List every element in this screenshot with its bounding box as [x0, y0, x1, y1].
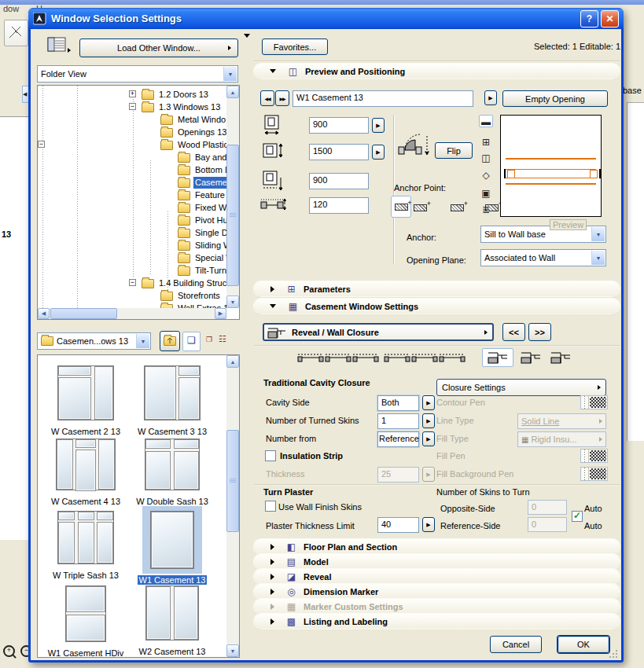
reveal-option-7-selected[interactable] — [482, 348, 513, 367]
tree-item-label[interactable]: Wall Extras 1 — [176, 303, 226, 308]
tree-item-label[interactable]: 1.2 Doors 13 — [157, 89, 210, 101]
empty-opening-button[interactable]: Empty Opening — [502, 90, 608, 107]
large-icons-view-button[interactable]: ❏ — [182, 332, 201, 351]
section-listing-and-labeling[interactable]: ▩Listing and Labeling — [254, 614, 620, 629]
expand-triangle-icon[interactable] — [270, 574, 274, 580]
tree-item-label[interactable]: Metal Windo — [176, 114, 226, 126]
sill-height-field[interactable]: 900 — [309, 173, 369, 189]
tree-item[interactable]: Sliding W — [38, 239, 226, 251]
section-floor-plan-and-section[interactable]: ◧Floor Plan and Section — [254, 539, 620, 554]
collapse-icon[interactable]: − — [38, 141, 45, 148]
favorites-button[interactable]: Favorites... — [262, 39, 328, 55]
tree-item-label[interactable]: Bay and — [193, 152, 226, 163]
tree-item-label[interactable]: Storefronts — [176, 290, 222, 302]
tree-item[interactable]: Openings 13 — [38, 126, 226, 138]
anchor-point-option-2[interactable] — [414, 204, 427, 211]
cavity-side-field[interactable]: Both — [377, 395, 419, 411]
anchor-point-option-1[interactable] — [391, 196, 411, 218]
list-view-button[interactable]: ☷ — [219, 334, 239, 348]
section-casement-settings[interactable]: ▦ Casement Window Settings — [254, 299, 620, 314]
tree-item-label[interactable]: Special W — [193, 252, 226, 264]
item-popup-button[interactable]: ▶ — [484, 90, 497, 105]
window-height-field[interactable]: 1500 — [309, 144, 369, 160]
tree-item-label[interactable]: Single D — [193, 227, 226, 239]
tree-item[interactable]: Storefronts — [38, 289, 226, 302]
expand-triangle-icon[interactable] — [270, 589, 274, 595]
dialog-titlebar[interactable]: Window Selection Settings ? ✕ — [28, 8, 624, 29]
anchor-combo[interactable]: Sill to Wall base ▼ — [480, 226, 606, 243]
section-dimension-marker[interactable]: ◎Dimension Marker — [254, 584, 620, 599]
load-other-window-button[interactable]: Load Other Window... — [79, 39, 238, 57]
tree-item-label[interactable]: Tilt-Turn — [193, 265, 226, 277]
tree-item[interactable]: Bottom L — [38, 163, 226, 176]
section-preview-positioning[interactable]: ◫ Preview and Positioning — [254, 64, 620, 79]
small-icons-view-button[interactable]: ❐ — [203, 334, 215, 348]
ok-button[interactable]: OK — [558, 636, 609, 653]
tree-vertical-scrollbar[interactable]: ▲ ▼ — [226, 86, 239, 308]
plaster-limit-field[interactable]: 40 — [377, 517, 419, 533]
tree-item[interactable]: Feature — [38, 189, 226, 201]
collapse-triangle-icon[interactable] — [270, 304, 276, 308]
resize-grip[interactable] — [609, 649, 618, 659]
tree-item[interactable]: +1.2 Doors 13 — [38, 88, 226, 101]
window-thumbnail[interactable] — [57, 511, 114, 564]
chevron-down-icon[interactable]: ▼ — [223, 66, 237, 82]
chevron-down-icon[interactable]: ▼ — [591, 226, 605, 242]
model-view-icon[interactable]: ◇ — [479, 169, 493, 182]
tree-item[interactable]: Wall Extras 1 — [38, 302, 226, 308]
current-folder-combo[interactable]: Casemen...ows 13 ▼ — [37, 332, 151, 350]
insulation-strip-checkbox[interactable] — [265, 450, 276, 461]
library-item[interactable]: W Triple Sash 13 — [45, 506, 127, 580]
plaster-limit-popup[interactable]: ▶ — [422, 517, 435, 532]
window-thumbnail[interactable] — [65, 585, 106, 642]
tree-item[interactable]: Caseme — [38, 176, 226, 189]
tree-item-label[interactable]: 1.4 Building Struc — [157, 277, 226, 289]
scroll-right-icon[interactable]: ▶ — [215, 308, 226, 319]
library-item[interactable]: W1 Casement HDiv 13 — [45, 581, 127, 658]
prev-item-button[interactable]: ◀◀ — [260, 90, 274, 106]
library-item[interactable]: W Double Sash 13 — [131, 434, 213, 506]
reveal-option-6[interactable] — [439, 350, 466, 365]
window-thumbnail[interactable] — [57, 365, 114, 420]
collapse-triangle-icon[interactable] — [270, 69, 276, 73]
library-item[interactable]: W Casement 3 13 — [131, 361, 213, 436]
opening-plane-combo[interactable]: Associated to Wall ▼ — [480, 249, 606, 266]
chevron-down-icon[interactable]: ▼ — [591, 250, 605, 266]
prev-page-button[interactable]: << — [502, 323, 525, 341]
item-name-field[interactable]: W1 Casement 13 — [293, 90, 473, 107]
scroll-left-icon[interactable]: ◀ — [38, 308, 50, 319]
tree-item[interactable]: Pivot Hu — [38, 214, 226, 226]
tree-item-label[interactable]: Caseme — [193, 177, 226, 189]
fill-bg-pen-picker[interactable] — [580, 467, 608, 481]
chevron-down-icon[interactable]: ▼ — [136, 333, 150, 349]
expand-triangle-icon[interactable] — [270, 618, 274, 625]
help-button[interactable]: ? — [580, 10, 598, 28]
tree-item-label[interactable]: Wood Plastic — [176, 139, 226, 151]
background-tool-button[interactable] — [4, 20, 28, 46]
tree-hscroll-thumb[interactable] — [50, 308, 117, 319]
zoom-in-icon[interactable]: + — [3, 645, 15, 657]
folder-up-button[interactable] — [160, 331, 180, 351]
window-thumbnail[interactable] — [56, 439, 116, 490]
tree-horizontal-scrollbar[interactable]: ◀ ▶ — [38, 308, 226, 319]
turned-skins-field[interactable]: 1 — [377, 413, 419, 429]
view-mode-combo[interactable]: Folder View ▼ — [37, 65, 238, 83]
tree-item-label[interactable]: 1.3 Windows 13 — [157, 101, 222, 113]
flip-button[interactable]: Flip — [435, 142, 473, 159]
window-thumbnail[interactable] — [144, 365, 201, 420]
number-from-popup[interactable]: ▶ — [422, 431, 435, 446]
closure-settings-dropdown[interactable]: Closure Settings — [436, 379, 606, 396]
reveal-option-5[interactable] — [411, 350, 438, 365]
tree-item-label[interactable]: Sliding W — [193, 240, 226, 251]
tree-item[interactable]: Fixed W — [38, 201, 226, 214]
library-items-list[interactable]: W Casement 2 13W Casement 3 13W Casement… — [37, 354, 240, 658]
list-vertical-scrollbar[interactable]: ▲ ▼ — [226, 355, 239, 657]
section-parameters[interactable]: ⊞ Parameters — [254, 281, 620, 296]
library-item[interactable]: W Casement 4 13 — [45, 434, 127, 506]
tree-item-label[interactable]: Pivot Hu — [193, 215, 226, 226]
nominal-frame-field[interactable]: 120 — [309, 197, 369, 214]
collapse-icon[interactable]: − — [129, 279, 136, 286]
next-item-button[interactable]: ▶▶ — [275, 90, 289, 106]
window-thumbnail[interactable] — [150, 511, 194, 569]
tree-item[interactable]: Metal Windo — [38, 113, 226, 126]
